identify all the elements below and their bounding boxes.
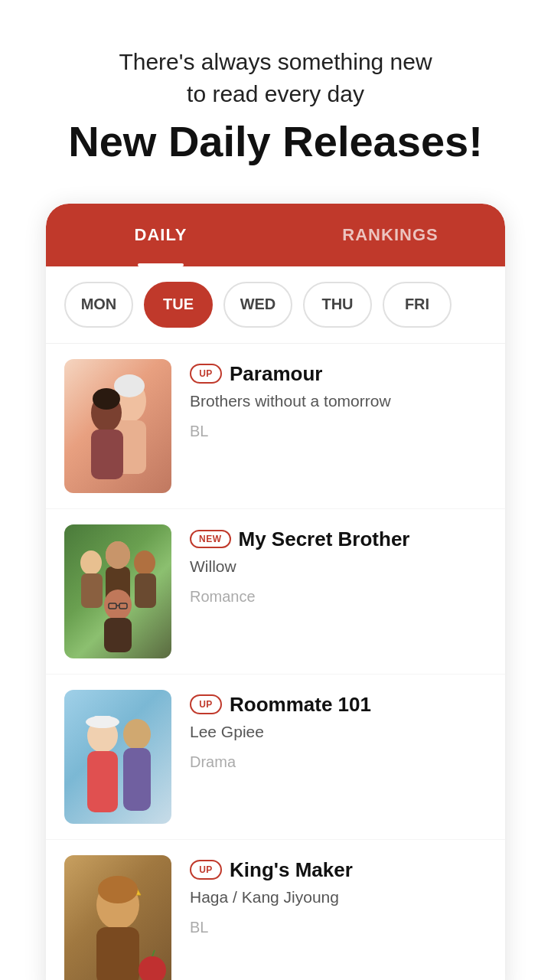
badge-new-2: NEW	[190, 530, 231, 548]
header-title: New Daily Releases!	[46, 118, 505, 165]
svg-point-28	[139, 956, 166, 980]
svg-rect-21	[93, 716, 112, 727]
svg-point-5	[93, 388, 120, 410]
manga-author-4: Haga / Kang Jiyoung	[190, 888, 487, 906]
manga-item-3[interactable]: UP Roommate 101 Lee Gpiee Drama	[46, 675, 505, 840]
tab-rankings[interactable]: RANKINGS	[276, 204, 505, 266]
day-mon[interactable]: MON	[64, 282, 133, 328]
day-fri[interactable]: FRI	[383, 282, 452, 328]
manga-genre-3: Drama	[190, 753, 487, 771]
svg-rect-25	[96, 927, 139, 980]
svg-line-29	[152, 950, 155, 956]
manga-genre-4: BL	[190, 919, 487, 936]
svg-point-27	[98, 876, 138, 903]
manga-info-3: UP Roommate 101 Lee Gpiee Drama	[190, 690, 487, 771]
manga-item-1[interactable]: UP Paramour Brothers without a tomorrow …	[46, 344, 505, 509]
manga-cover-2	[64, 524, 171, 658]
tab-daily[interactable]: DAILY	[46, 204, 276, 266]
manga-author-1: Brothers without a tomorrow	[190, 392, 487, 410]
day-thu[interactable]: THU	[303, 282, 372, 328]
badge-up-1: UP	[190, 364, 222, 384]
svg-point-8	[106, 541, 130, 569]
svg-point-11	[134, 550, 155, 575]
manga-item-2[interactable]: NEW My Secret Brother Willow Romance	[46, 509, 505, 675]
svg-point-22	[123, 719, 151, 750]
svg-rect-12	[135, 573, 156, 608]
manga-info-2: NEW My Secret Brother Willow Romance	[190, 524, 487, 606]
manga-genre-2: Romance	[190, 588, 487, 606]
manga-title-4: King's Maker	[230, 858, 353, 882]
manga-author-2: Willow	[190, 557, 487, 576]
svg-rect-10	[81, 573, 103, 608]
manga-title-2: My Secret Brother	[239, 528, 410, 551]
manga-cover-4	[64, 855, 171, 980]
svg-point-4	[114, 374, 145, 397]
day-tue[interactable]: TUE	[144, 282, 213, 328]
manga-info-4: UP King's Maker Haga / Kang Jiyoung BL	[190, 855, 487, 936]
manga-genre-1: BL	[190, 423, 487, 440]
manga-item-4[interactable]: UP King's Maker Haga / Kang Jiyoung BL	[46, 840, 505, 980]
header-section: There's always something newto read ever…	[0, 0, 551, 188]
days-row: MON TUE WED THU FRI	[46, 266, 505, 344]
svg-rect-3	[91, 430, 123, 479]
manga-cover-3	[64, 690, 171, 824]
badge-up-4: UP	[190, 860, 222, 880]
tabs-header: DAILY RANKINGS	[46, 204, 505, 266]
manga-info-1: UP Paramour Brothers without a tomorrow …	[190, 359, 487, 440]
manga-list: UP Paramour Brothers without a tomorrow …	[46, 344, 505, 980]
manga-cover-1	[64, 359, 171, 493]
app-card: DAILY RANKINGS MON TUE WED THU FRI	[46, 204, 505, 980]
svg-rect-19	[87, 751, 118, 812]
svg-rect-23	[123, 748, 151, 811]
manga-title-3: Roommate 101	[230, 693, 371, 717]
day-wed[interactable]: WED	[223, 282, 292, 328]
badge-up-3: UP	[190, 694, 222, 714]
manga-title-1: Paramour	[230, 362, 322, 386]
header-subtitle: There's always something newto read ever…	[46, 46, 505, 110]
svg-point-9	[80, 550, 102, 575]
svg-rect-14	[104, 618, 132, 652]
manga-author-3: Lee Gpiee	[190, 723, 487, 741]
